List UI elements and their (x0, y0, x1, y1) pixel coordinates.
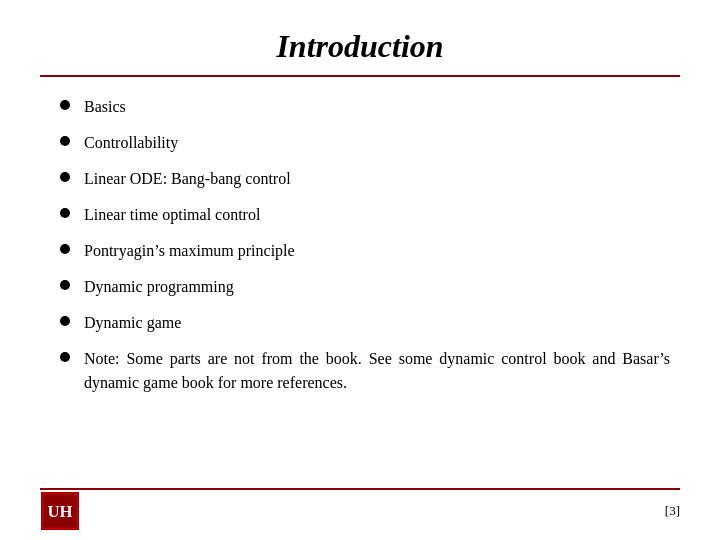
list-item: Dynamic programming (50, 275, 670, 299)
bullet-dot (60, 280, 70, 290)
list-item: Dynamic game (50, 311, 670, 335)
uh-logo: UH (40, 492, 80, 530)
list-item: Basics (50, 95, 670, 119)
bullet-text: Basics (84, 95, 670, 119)
bullet-text: Linear ODE: Bang-bang control (84, 167, 670, 191)
title-section: Introduction (40, 0, 680, 75)
note-text: Note: Some parts are not from the book. … (84, 347, 670, 395)
bullet-list: Basics Controllability Linear ODE: Bang-… (50, 95, 670, 395)
slide-container: Introduction Basics Controllability Line… (0, 0, 720, 540)
bullet-dot (60, 316, 70, 326)
list-item: Pontryagin’s maximum principle (50, 239, 670, 263)
bottom-divider (40, 488, 680, 490)
content-area: Basics Controllability Linear ODE: Bang-… (40, 85, 680, 395)
list-item: Controllability (50, 131, 670, 155)
bullet-dot (60, 172, 70, 182)
bullet-dot (60, 136, 70, 146)
page-number: [3] (665, 503, 680, 519)
bullet-dot (60, 208, 70, 218)
bullet-text: Linear time optimal control (84, 203, 670, 227)
footer: UH [3] (40, 492, 680, 530)
bullet-text: Dynamic programming (84, 275, 670, 299)
bullet-text: Dynamic game (84, 311, 670, 335)
bullet-dot (60, 244, 70, 254)
bullet-dot (60, 352, 70, 362)
list-item: Linear time optimal control (50, 203, 670, 227)
list-item: Linear ODE: Bang-bang control (50, 167, 670, 191)
note-item: Note: Some parts are not from the book. … (50, 347, 670, 395)
svg-text:UH: UH (47, 502, 72, 521)
bullet-dot (60, 100, 70, 110)
bullet-text: Controllability (84, 131, 670, 155)
bullet-text: Pontryagin’s maximum principle (84, 239, 670, 263)
slide-title: Introduction (40, 28, 680, 65)
top-divider (40, 75, 680, 77)
